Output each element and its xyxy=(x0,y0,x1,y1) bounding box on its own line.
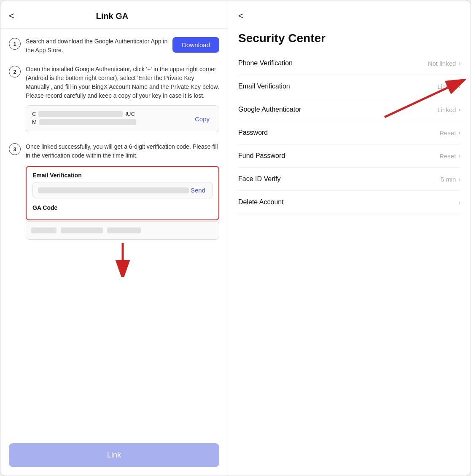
left-header: < Link GA xyxy=(0,0,228,29)
send-button[interactable]: Send xyxy=(189,187,207,194)
google-authenticator-chevron: › xyxy=(458,106,460,113)
download-button[interactable]: Download xyxy=(172,37,219,53)
security-list: Phone Verification Not linked › Email Ve… xyxy=(228,52,471,476)
step-2-text: Open the installed Google Authenticator,… xyxy=(26,66,219,99)
phone-verification-label: Phone Verification xyxy=(238,59,293,67)
password-item[interactable]: Password Reset › xyxy=(238,121,460,144)
delete-account-item[interactable]: Delete Account › xyxy=(238,191,460,214)
password-right: Reset › xyxy=(439,129,460,136)
password-label: Password xyxy=(238,129,268,136)
ga-code-label: GA Code xyxy=(32,204,213,211)
face-id-right: 5 min › xyxy=(441,176,460,183)
delete-account-chevron: › xyxy=(458,199,460,206)
email-verification-chevron: › xyxy=(458,83,460,90)
right-header: < xyxy=(228,0,471,28)
right-back-button[interactable]: < xyxy=(238,11,244,21)
fund-password-status: Reset xyxy=(439,152,456,160)
face-id-chevron: › xyxy=(458,176,460,182)
face-id-status: 5 min xyxy=(441,176,456,183)
step-2-row: 2 Open the installed Google Authenticato… xyxy=(9,65,219,132)
phone-verification-status: Not linked xyxy=(428,60,456,67)
step-2-content: Open the installed Google Authenticator,… xyxy=(26,65,219,132)
right-panel: < Security Center Phone Verification Not… xyxy=(228,0,471,476)
verification-section: Email Verification Send GA Code xyxy=(26,166,219,220)
key-box: C IUC M Copy xyxy=(26,105,219,132)
key-prefix-1: C xyxy=(32,111,36,117)
face-id-item[interactable]: Face ID Verify 5 min › xyxy=(238,168,460,191)
copy-button[interactable]: Copy xyxy=(191,114,213,124)
email-verification-input-blur xyxy=(38,187,189,193)
email-verification-item-label: Email Verification xyxy=(238,83,290,90)
google-authenticator-label: Google Authenticator xyxy=(238,106,301,113)
phone-verification-right: Not linked › xyxy=(428,60,460,67)
right-title: Security Center xyxy=(228,32,471,52)
fund-password-label: Fund Password xyxy=(238,152,285,160)
email-verification-item[interactable]: Email Verification Linked › xyxy=(238,75,460,98)
phone-verification-chevron: › xyxy=(458,60,460,67)
delete-account-label: Delete Account xyxy=(238,198,284,206)
google-authenticator-status: Linked xyxy=(437,106,456,113)
step-1-text: Search and download the Google Authentic… xyxy=(26,37,167,55)
email-verification-item-status: Linked xyxy=(437,83,456,90)
link-button-wrapper: Link xyxy=(0,436,228,476)
key-line-1: C IUC xyxy=(32,111,191,117)
key-content: C IUC M xyxy=(32,111,191,127)
ga-code-input[interactable] xyxy=(26,221,219,240)
step-3-content: Once linked successfully, you will get a… xyxy=(26,142,219,278)
fund-password-right: Reset › xyxy=(439,152,460,160)
step-1-content: Search and download the Google Authentic… xyxy=(26,37,219,55)
step-1-header-row: Search and download the Google Authentic… xyxy=(26,37,219,55)
ga-blur-3 xyxy=(107,227,141,233)
email-verification-input-row[interactable]: Send xyxy=(32,182,213,198)
fund-password-item[interactable]: Fund Password Reset › xyxy=(238,144,460,168)
step-3-text: Once linked successfully, you will get a… xyxy=(26,143,218,159)
password-status: Reset xyxy=(439,129,456,136)
email-verification-item-right: Linked › xyxy=(437,83,460,90)
google-authenticator-item[interactable]: Google Authenticator Linked › xyxy=(238,98,460,121)
left-panel: < Link GA 1 Search and download the Goog… xyxy=(0,0,228,476)
delete-account-right: › xyxy=(458,199,460,206)
arrow-down-wrapper xyxy=(26,240,219,278)
phone-verification-item[interactable]: Phone Verification Not linked › xyxy=(238,52,460,75)
key-prefix-2: M xyxy=(32,119,37,125)
key-line-2: M xyxy=(32,119,191,125)
google-authenticator-right: Linked › xyxy=(437,106,460,113)
ga-blur-2 xyxy=(61,227,103,233)
step-3-row: 3 Once linked successfully, you will get… xyxy=(9,142,219,278)
step-1-number: 1 xyxy=(9,38,21,50)
left-content: 1 Search and download the Google Authent… xyxy=(0,29,228,436)
step-2-number: 2 xyxy=(9,66,21,78)
key-suffix-1: IUC xyxy=(125,111,135,117)
left-title: Link GA xyxy=(19,11,205,21)
password-chevron: › xyxy=(458,129,460,136)
step-3-number: 3 xyxy=(9,143,21,155)
step-1-row: 1 Search and download the Google Authent… xyxy=(9,37,219,55)
link-button[interactable]: Link xyxy=(9,443,219,467)
email-verification-label: Email Verification xyxy=(32,172,213,179)
fund-password-chevron: › xyxy=(458,152,460,159)
face-id-label: Face ID Verify xyxy=(238,175,280,183)
left-back-button[interactable]: < xyxy=(9,11,14,21)
ga-blur-1 xyxy=(31,227,57,233)
key-blur-1 xyxy=(38,111,123,117)
arrow-down-icon xyxy=(110,243,135,277)
key-blur-2 xyxy=(39,119,136,125)
